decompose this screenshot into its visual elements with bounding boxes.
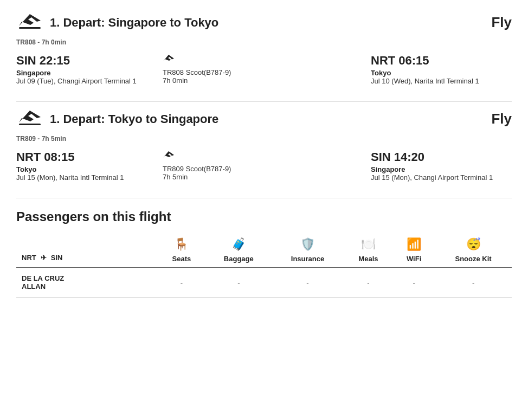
- svg-rect-0: [19, 27, 41, 29]
- snooze-icon: 😴: [466, 237, 481, 251]
- departure-time: SIN 22:15: [16, 54, 157, 68]
- arrival-city: Tokyo: [371, 69, 512, 77]
- passengers-title: Passengers on this flight: [16, 209, 512, 224]
- flight-segment-2: 1. Depart: Tokyo to Singapore Fly TR809 …: [16, 107, 512, 198]
- flight-number: TR808 Scoot(B787-9): [163, 68, 231, 76]
- route-display: NRT ✈ SIN: [22, 254, 152, 262]
- baggage-header: 🧳 Baggage: [205, 233, 272, 268]
- fly-label: Fly: [491, 111, 512, 127]
- flight-times: NRT 08:15 Tokyo Jul 15 (Mon), Narita Int…: [16, 150, 512, 182]
- arrival-time: SIN 14:20: [371, 150, 512, 164]
- insurance-value: -: [272, 268, 343, 298]
- segment-header: 1. Depart: Singapore to Tokyo Fly: [16, 11, 512, 34]
- wifi-value: -: [393, 268, 435, 298]
- plane-depart-icon: [16, 107, 43, 131]
- arrival-time: NRT 06:15: [371, 54, 512, 68]
- flight-duration: 7h 0min: [163, 76, 188, 85]
- departure-city: Tokyo: [16, 165, 157, 173]
- middle-info: TR809 Scoot(B787-9) 7h 5min: [157, 150, 371, 181]
- route-arrow-icon: ✈: [41, 254, 47, 262]
- flight-code: TR808 - 7h 0min: [16, 38, 512, 46]
- flight-times: SIN 22:15 Singapore Jul 09 (Tue), Changi…: [16, 54, 512, 85]
- arrival-info: SIN 14:20 Singapore Jul 15 (Mon), Changi…: [371, 150, 512, 182]
- segment-title: 1. Depart: Singapore to Tokyo: [50, 16, 218, 30]
- route-header: NRT ✈ SIN: [16, 233, 157, 268]
- departure-info: NRT 08:15 Tokyo Jul 15 (Mon), Narita Int…: [16, 150, 157, 182]
- flight-code: TR809 - 7h 5min: [16, 135, 512, 143]
- fly-label: Fly: [491, 14, 512, 31]
- flight-duration: 7h 5min: [163, 173, 188, 181]
- passenger-name: DE LA CRUZALLAN: [16, 268, 157, 298]
- route-to: SIN: [51, 254, 63, 262]
- segment-title: 1. Depart: Tokyo to Singapore: [50, 112, 218, 126]
- wifi-icon: 📶: [407, 237, 421, 251]
- departure-date: Jul 15 (Mon), Narita Intl Terminal 1: [16, 173, 157, 182]
- meals-label: Meals: [358, 255, 378, 263]
- wifi-label: WiFi: [407, 255, 421, 263]
- flight-segment-1: 1. Depart: Singapore to Tokyo Fly TR808 …: [16, 11, 512, 102]
- wifi-header: 📶 WiFi: [393, 233, 435, 268]
- insurance-header: 🛡️ Insurance: [272, 233, 343, 268]
- seats-icon: 🪑: [174, 237, 189, 251]
- insurance-icon: 🛡️: [300, 237, 315, 251]
- plane-right-icon: [163, 54, 175, 66]
- page-container: 1. Depart: Singapore to Tokyo Fly TR808 …: [0, 0, 528, 308]
- seats-label: Seats: [172, 255, 191, 263]
- seats-value: -: [157, 268, 205, 298]
- snooze-label: Snooze Kit: [455, 255, 491, 263]
- middle-info: TR808 Scoot(B787-9) 7h 0min: [157, 54, 371, 85]
- insurance-label: Insurance: [291, 255, 324, 263]
- baggage-icon: 🧳: [231, 237, 246, 251]
- departure-info: SIN 22:15 Singapore Jul 09 (Tue), Changi…: [16, 54, 157, 85]
- seats-header: 🪑 Seats: [157, 233, 205, 268]
- departure-city: Singapore: [16, 69, 157, 77]
- meals-header: 🍽️ Meals: [344, 233, 393, 268]
- segment-header: 1. Depart: Tokyo to Singapore Fly: [16, 107, 512, 131]
- meals-value: -: [344, 268, 393, 298]
- route-from: NRT: [22, 254, 36, 262]
- plane-right-icon: [163, 150, 175, 163]
- table-row: DE LA CRUZALLAN - - - - - -: [16, 268, 512, 298]
- arrival-info: NRT 06:15 Tokyo Jul 10 (Wed), Narita Int…: [371, 54, 512, 85]
- baggage-value: -: [205, 268, 272, 298]
- departure-time: NRT 08:15: [16, 150, 157, 164]
- departure-date: Jul 09 (Tue), Changi Airport Terminal 1: [16, 77, 157, 85]
- passengers-table: NRT ✈ SIN 🪑 Seats 🧳: [16, 233, 512, 298]
- arrival-city: Singapore: [371, 165, 512, 173]
- passengers-section: Passengers on this flight NRT ✈ SIN 🪑: [16, 209, 512, 298]
- arrival-date: Jul 15 (Mon), Changi Airport Terminal 1: [371, 173, 512, 182]
- table-header-row: NRT ✈ SIN 🪑 Seats 🧳: [16, 233, 512, 268]
- snooze-header: 😴 Snooze Kit: [435, 233, 512, 268]
- meals-icon: 🍽️: [361, 237, 376, 251]
- snooze-value: -: [435, 268, 512, 298]
- plane-depart-icon: [16, 11, 43, 34]
- svg-rect-1: [19, 124, 41, 125]
- baggage-label: Baggage: [224, 255, 254, 263]
- arrival-date: Jul 10 (Wed), Narita Intl Terminal 1: [371, 77, 512, 85]
- flight-number: TR809 Scoot(B787-9): [163, 165, 231, 173]
